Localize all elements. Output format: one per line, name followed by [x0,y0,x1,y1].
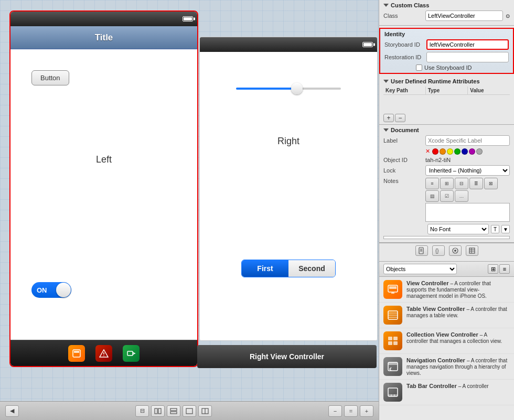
font-select[interactable]: No Font [427,224,489,234]
font-size-input[interactable] [383,236,510,239]
object-id-value: tah-n2-tiN [425,157,451,163]
identity-title: Identity [384,31,509,37]
storyboard-id-input[interactable] [426,39,509,50]
object-id-label: Object ID [383,157,425,163]
notes-btn-2[interactable]: ⊞ [440,178,454,189]
notes-btn-8[interactable]: … [455,190,468,202]
objects-filter-select[interactable]: Objects [383,264,457,274]
notes-btn-5[interactable]: ⊠ [484,178,498,189]
udra-title: User Defined Runtime Attributes [391,78,480,84]
svg-rect-20 [469,248,475,253]
view-controller-icon [383,280,402,299]
object-id-row: Object ID tah-n2-tiN [383,157,510,163]
layout-btn-1[interactable] [151,405,165,417]
right-battery-icon [362,42,373,47]
svg-rect-7 [158,408,161,414]
color-purple[interactable] [469,148,475,155]
layout-btn-2[interactable] [167,405,180,417]
document-header: Document [383,127,510,133]
left-phone-tab-bar [10,340,197,366]
segmented-control[interactable]: First Second [241,260,336,277]
color-blue[interactable] [462,148,468,155]
navigation-controller-title: Navigation Controller – A controller tha… [406,357,510,376]
tab-icon-code[interactable]: {} [432,245,445,256]
tab-icon-exit[interactable] [123,345,140,362]
back-arrow-btn[interactable]: ◀ [5,405,19,417]
udra-table-header: Key Path Type Value [383,87,510,95]
list-view-btn[interactable]: ≡ [499,264,510,274]
svg-rect-39 [388,394,398,396]
font-input-area [383,236,510,240]
object-item-navigation-controller[interactable]: Navigation Controller – A controller tha… [379,354,514,380]
view-controller-text: View Controller – A controller that supp… [406,280,510,299]
color-orange[interactable] [440,148,446,155]
color-red[interactable] [432,148,438,155]
tab-icon-warning[interactable] [95,345,112,362]
notes-btn-6[interactable]: ▤ [425,190,439,202]
class-nav-btn[interactable]: ⊙ [504,12,511,19]
tab-icon-file[interactable] [415,245,428,256]
object-item-table-view-controller[interactable]: Table View Controller – A controller tha… [379,303,514,328]
svg-rect-6 [155,408,157,414]
notes-btn-3[interactable]: ⊟ [455,178,468,189]
color-gray[interactable] [476,148,483,155]
zoom-out-btn[interactable]: − [328,405,342,417]
udra-add-btn[interactable]: + [383,114,394,122]
notes-btn-7[interactable]: ☑ [440,190,454,202]
font-icon-btn-2[interactable]: ▼ [501,225,510,233]
use-storyboard-checkbox[interactable] [416,64,422,71]
triangle-icon [383,4,389,7]
left-phone-nav-bar: Title [10,26,197,49]
tab-bar-controller-icon [383,383,402,402]
toolbar-right: − = + [328,405,373,417]
storyboard-id-label: Storyboard ID [384,41,426,48]
svg-rect-33 [393,337,398,340]
udra-empty-area [383,96,510,112]
svg-rect-1 [74,351,79,353]
table-view-controller-icon [383,306,402,325]
label-input[interactable] [425,135,510,146]
udra-remove-btn[interactable]: − [395,114,405,122]
objects-panel: Objects ⊞ ≡ View Controller – A controll… [379,261,514,405]
seg-btn-second[interactable]: Second [288,260,335,277]
udra-header: User Defined Runtime Attributes [383,78,510,84]
color-yellow[interactable] [447,148,453,155]
collection-view-controller-title: Collection View Controller – A controlle… [406,331,510,344]
lock-select[interactable]: Inherited – (Nothing) [425,165,510,176]
custom-class-header: Custom Class [383,2,510,8]
class-input[interactable] [425,10,503,21]
restoration-id-input[interactable] [426,52,509,62]
notes-btn-4[interactable]: ≣ [469,178,483,189]
object-item-collection-view-controller[interactable]: Collection View Controller – A controlle… [379,328,514,354]
slider-control[interactable] [236,83,341,94]
svg-rect-9 [170,412,177,414]
udra-add-remove: + − [383,114,510,122]
navigation-controller-icon [383,357,402,376]
seg-btn-first[interactable]: First [242,260,288,277]
layout-btn-3[interactable] [183,405,196,417]
layout-btn-4[interactable] [198,405,212,417]
object-item-view-controller[interactable]: View Controller – A controller that supp… [379,277,514,303]
phone-button[interactable]: Button [31,70,69,85]
fit-btn[interactable]: ⊟ [135,405,149,417]
notes-btn-1[interactable]: ≡ [425,178,439,189]
grid-view-btn[interactable]: ⊞ [488,264,498,274]
color-green[interactable] [454,148,461,155]
color-x-icon[interactable]: ✕ [425,148,430,155]
object-item-tab-bar-controller[interactable]: Tab Bar Controller – A controller [379,380,514,405]
udra-col-type: Type [426,87,468,94]
tab-icon-object[interactable] [449,245,462,256]
slider-thumb [291,83,303,94]
class-label: Class [383,13,425,19]
svg-point-4 [103,355,104,356]
font-icon-btn[interactable]: T [491,225,499,233]
zoom-fit-btn[interactable]: = [344,405,358,417]
tab-icon-table[interactable] [466,245,478,256]
notes-textarea[interactable] [425,203,510,222]
toggle-switch[interactable]: ON [31,282,71,298]
zoom-in-btn[interactable]: + [360,405,373,417]
panel-tab-icons: {} [383,245,510,256]
left-phone-content: Button Left ON [10,49,197,340]
navigation-controller-text: Navigation Controller – A controller tha… [406,357,510,376]
tab-icon-view-controller[interactable] [68,345,85,362]
